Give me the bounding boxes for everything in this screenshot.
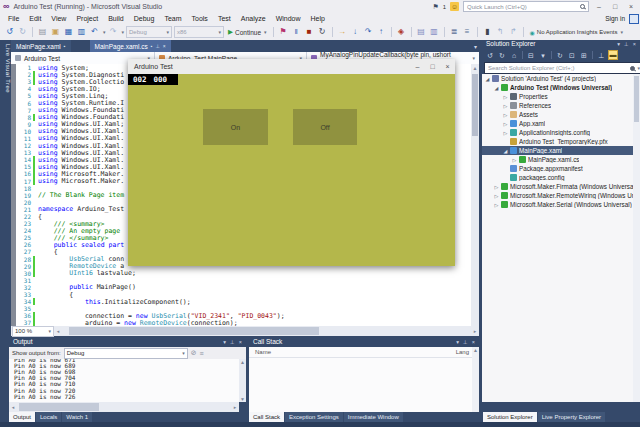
next-bookmark-icon[interactable]: ↱ xyxy=(508,25,519,39)
solution-platform-dropdown[interactable]: x86▾ xyxy=(174,26,224,38)
immediate-window-icon[interactable]: ≡ xyxy=(462,25,473,39)
expander-open-icon[interactable]: ◢ xyxy=(484,76,491,82)
menu-debug[interactable]: Debug xyxy=(129,15,160,22)
solution-explorer-title-bar[interactable]: Solution Explorer ▾ ⊥ × xyxy=(482,38,640,49)
step-into-icon[interactable]: ↓ xyxy=(350,25,361,39)
clear-output-icon[interactable]: ⊘ xyxy=(191,349,197,357)
scroll-up-icon[interactable]: ▲ xyxy=(473,347,478,353)
tree-item-microsoft-maker-firmata-windows-universal[interactable]: ▷Microsoft.Maker.Firmata (Windows Univer… xyxy=(482,182,640,191)
step-out-icon[interactable]: ↑ xyxy=(376,25,387,39)
stop-icon[interactable]: ■ xyxy=(304,25,315,39)
output-window-icon[interactable]: ▤ xyxy=(416,25,427,39)
panel-tab-exception-settings[interactable]: Exception Settings xyxy=(285,412,343,422)
quick-launch-input[interactable]: Quick Launch (Ctrl+Q) xyxy=(463,1,589,12)
se-back-icon[interactable]: ↺ xyxy=(485,50,495,61)
scrollbar-thumb[interactable] xyxy=(69,327,319,335)
scroll-right-icon[interactable]: ▸ xyxy=(471,328,479,334)
app-close-button[interactable]: × xyxy=(440,63,455,70)
tree-item-mainpage-xaml[interactable]: ◢MainPage.xaml xyxy=(482,146,640,155)
menu-help[interactable]: Help xyxy=(306,15,330,22)
output-log[interactable]: Pin A0 is now 671Pin A0 is now 689Pin A0… xyxy=(9,359,239,402)
expander-closed-icon[interactable]: ▷ xyxy=(502,121,509,127)
nav-forward-icon[interactable]: ↻ xyxy=(17,25,28,39)
close-icon[interactable]: × xyxy=(239,339,242,345)
name-column-header[interactable]: Name xyxy=(249,349,271,355)
panel-tab-locals[interactable]: Locals xyxy=(36,412,61,422)
tree-item-applicationinsights-config[interactable]: ▷ApplicationInsights.config xyxy=(482,128,640,137)
scrollbar-thumb[interactable] xyxy=(634,76,639,122)
expander-closed-icon[interactable]: ▷ xyxy=(493,202,500,208)
scroll-up-icon[interactable]: ▲ xyxy=(471,64,479,72)
pin-icon[interactable]: ⊥ xyxy=(463,339,468,345)
pin-icon[interactable]: ⊥ xyxy=(624,41,629,47)
tree-item-properties[interactable]: ▷Properties xyxy=(482,92,640,101)
application-insights-button[interactable]: ◉No Application Insights Events▾ xyxy=(528,29,625,36)
window-position-caret-icon[interactable]: ▾ xyxy=(456,339,459,345)
maximize-button[interactable]: □ xyxy=(609,3,621,10)
output-horizontal-scrollbar[interactable]: ◂ ▸ xyxy=(9,402,239,412)
se-forward-icon[interactable]: ↻ xyxy=(497,50,507,61)
breakpoints-window-icon[interactable]: ≣ xyxy=(449,25,460,39)
close-icon[interactable]: × xyxy=(472,339,475,345)
menu-team[interactable]: Team xyxy=(159,15,186,22)
tree-item-packages-config[interactable]: packages.config xyxy=(482,173,640,182)
bookmark-icon[interactable]: ▮ xyxy=(482,25,493,39)
scroll-right-icon[interactable]: ▸ xyxy=(231,404,239,410)
pin-icon[interactable]: ⊥ xyxy=(155,43,159,49)
break-all-flag-icon[interactable]: ⚑ xyxy=(278,25,289,39)
user-avatar-icon[interactable] xyxy=(629,14,639,24)
solution-explorer-scrollbar[interactable] xyxy=(633,74,640,402)
se-scope-caret-icon[interactable]: ▾ xyxy=(538,50,548,61)
tree-item-arduino-test-temporarykey-pfx[interactable]: Arduino Test_TemporaryKey.pfx xyxy=(482,137,640,146)
tree-item-solution-arduino-test-4-projects[interactable]: ◢Solution 'Arduino Test' (4 projects) xyxy=(482,74,640,83)
off-button[interactable]: Off xyxy=(293,109,357,145)
save-icon[interactable]: ▦ xyxy=(63,25,74,39)
expander-closed-icon[interactable]: ▷ xyxy=(502,112,509,118)
menu-edit[interactable]: Edit xyxy=(24,15,46,22)
on-button[interactable]: On xyxy=(203,109,268,145)
expander-closed-icon[interactable]: ▷ xyxy=(502,103,509,109)
expander-open-icon[interactable]: ◢ xyxy=(502,148,509,154)
app-title-bar[interactable]: Arduino Test – □ × xyxy=(128,59,455,74)
menu-analyze[interactable]: Analyze xyxy=(236,15,271,22)
redo-icon[interactable]: ↷ xyxy=(108,25,119,39)
prev-bookmark-icon[interactable]: ↰ xyxy=(495,25,506,39)
tree-item-mainpage-xaml-cs[interactable]: ▷MainPage.xaml.cs xyxy=(482,155,640,164)
app-minimize-button[interactable]: – xyxy=(410,63,425,70)
scroll-left-icon[interactable]: ◂ xyxy=(54,328,62,334)
document-tab-mainpage-xaml[interactable]: MainPage.xaml▪ xyxy=(11,40,71,52)
scroll-down-icon[interactable]: ▼ xyxy=(239,396,246,402)
expander-closed-icon[interactable]: ▷ xyxy=(493,184,500,190)
se-collapse-all-icon[interactable]: ⊟ xyxy=(526,50,536,61)
close-tab-icon[interactable]: × xyxy=(163,43,166,49)
editor-zoom-dropdown[interactable]: 100 % ▾ xyxy=(12,326,54,337)
menu-tools[interactable]: Tools xyxy=(187,15,213,22)
tree-item-assets[interactable]: ▷Assets xyxy=(482,110,640,119)
new-file-icon[interactable]: ▤ xyxy=(37,25,48,39)
restart-icon[interactable]: ↻ xyxy=(317,25,328,39)
output-vertical-scrollbar[interactable]: ▲ ▼ xyxy=(239,359,246,402)
editor-horizontal-scrollbar[interactable] xyxy=(63,327,470,335)
open-file-icon[interactable]: ▣ xyxy=(50,25,61,39)
word-wrap-icon[interactable]: ≡ xyxy=(200,350,204,357)
tree-item-arduino-test-windows-universal[interactable]: ◢Arduino Test (Windows Universal) xyxy=(482,83,640,92)
sign-in-link[interactable]: Sign in xyxy=(605,15,625,22)
notifications-flag-icon[interactable]: ⚑ xyxy=(432,3,438,11)
panel-tab-call-stack[interactable]: Call Stack xyxy=(249,412,284,422)
solution-explorer-search-input[interactable]: Search Solution Explorer (Ctrl+;) ▾ xyxy=(484,62,640,74)
scroll-up-icon[interactable]: ▲ xyxy=(240,359,245,365)
expander-closed-icon[interactable]: ▷ xyxy=(502,130,509,136)
feedback-smiley-icon[interactable]: ☺ xyxy=(450,2,459,11)
panel-tab-output[interactable]: Output xyxy=(9,412,35,422)
find-results-icon[interactable]: ▥ xyxy=(429,25,440,39)
continue-button[interactable]: ▶Continue▾ xyxy=(226,28,269,36)
expander-closed-icon[interactable]: ▷ xyxy=(493,193,500,199)
expander-open-icon[interactable]: ◢ xyxy=(493,85,500,91)
save-all-icon[interactable]: ▥ xyxy=(76,25,87,39)
panel-tab-immediate-window[interactable]: Immediate Window xyxy=(344,412,403,422)
pause-icon[interactable]: ‖ xyxy=(291,25,302,39)
se-home-icon[interactable]: ⌂ xyxy=(509,50,519,61)
menu-build[interactable]: Build xyxy=(103,15,129,22)
se-properties-icon[interactable]: ⊥ xyxy=(596,50,606,61)
menu-test[interactable]: Test xyxy=(213,15,236,22)
